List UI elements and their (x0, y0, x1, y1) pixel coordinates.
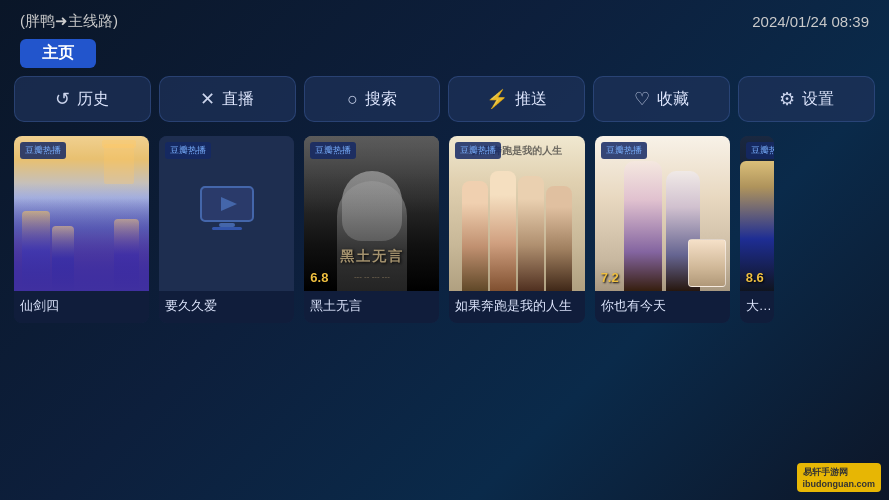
header: (胖鸭➜主线路) 2024/01/24 08:39 (0, 0, 889, 39)
history-icon: ↺ (55, 88, 70, 110)
card-title-5: 你也有今天 (595, 291, 730, 323)
watermark-line1: 易轩手游网 (803, 466, 876, 479)
card-title-3: 黑土无言 (304, 291, 439, 323)
card-rb[interactable]: 如果奔跑是我的人生 豆瓣热播 如果奔跑是我的人生 (449, 136, 584, 323)
nav-item-push[interactable]: ⚡ 推送 (448, 76, 585, 122)
route-label: (胖鸭➜主线路) (20, 12, 118, 31)
push-icon: ⚡ (486, 88, 508, 110)
card-title-4: 如果奔跑是我的人生 (449, 291, 584, 323)
nav-item-history[interactable]: ↺ 历史 (14, 76, 151, 122)
card-rating-3: 6.8 (310, 270, 328, 285)
card-badge-4: 豆瓣热播 (455, 142, 501, 159)
nav-item-live[interactable]: ✕ 直播 (159, 76, 296, 122)
content-row: 豆瓣热播 仙剑四 豆瓣热播 要久久爱 (0, 136, 889, 323)
nav-bar: ↺ 历史 ✕ 直播 ○ 搜索 ⚡ 推送 ♡ 收藏 ⚙ 设置 (0, 76, 889, 136)
nav-label-search: 搜索 (365, 89, 397, 110)
watermark-line2: ibudonguan.com (803, 479, 876, 489)
card-title-1: 仙剑四 (14, 291, 149, 323)
card-image-3: 黑土无言 --- -- --- --- 豆瓣热播 6.8 (304, 136, 439, 291)
nav-item-search[interactable]: ○ 搜索 (304, 76, 441, 122)
svg-rect-3 (212, 227, 242, 230)
card-xj[interactable]: 豆瓣热播 仙剑四 (14, 136, 149, 323)
card-image-4: 如果奔跑是我的人生 豆瓣热播 (449, 136, 584, 291)
card-ht[interactable]: 黑土无言 --- -- --- --- 豆瓣热播 6.8 黑土无言 (304, 136, 439, 323)
home-tab[interactable]: 主页 (20, 39, 96, 68)
card-badge-6: 豆瓣热 (746, 142, 774, 159)
nav-item-favorite[interactable]: ♡ 收藏 (593, 76, 730, 122)
card-rating-5: 7.2 (601, 270, 619, 285)
card-image-xj: 豆瓣热播 (14, 136, 149, 291)
nav-label-settings: 设置 (802, 89, 834, 110)
nav-item-settings[interactable]: ⚙ 设置 (738, 76, 875, 122)
svg-rect-2 (219, 223, 235, 227)
card-badge-5: 豆瓣热播 (601, 142, 647, 159)
card-badge-2: 豆瓣热播 (165, 142, 211, 159)
datetime-label: 2024/01/24 08:39 (752, 13, 869, 30)
card-dj[interactable]: 8.6 豆瓣热 大江大 (740, 136, 774, 323)
card-ny[interactable]: 豆瓣热播 7.2 你也有今天 (595, 136, 730, 323)
card-title-6: 大江大 (740, 291, 774, 323)
nav-label-push: 推送 (515, 89, 547, 110)
search-icon: ○ (347, 89, 358, 110)
nav-label-favorite: 收藏 (657, 89, 689, 110)
tv-icon (197, 183, 257, 244)
nav-label-history: 历史 (77, 89, 109, 110)
live-icon: ✕ (200, 88, 215, 110)
card-badge-3: 豆瓣热播 (310, 142, 356, 159)
nav-label-live: 直播 (222, 89, 254, 110)
card-badge-1: 豆瓣热播 (20, 142, 66, 159)
card-title-2: 要久久爱 (159, 291, 294, 323)
card-yjja[interactable]: 豆瓣热播 要久久爱 (159, 136, 294, 323)
home-tab-row: 主页 (0, 39, 889, 76)
watermark: 易轩手游网 ibudonguan.com (797, 463, 882, 492)
settings-icon: ⚙ (779, 88, 795, 110)
card-image-5: 豆瓣热播 7.2 (595, 136, 730, 291)
card-image-2: 豆瓣热播 (159, 136, 294, 291)
tv-placeholder (159, 136, 294, 291)
favorite-icon: ♡ (634, 88, 650, 110)
card-image-6: 8.6 豆瓣热 (740, 136, 774, 291)
